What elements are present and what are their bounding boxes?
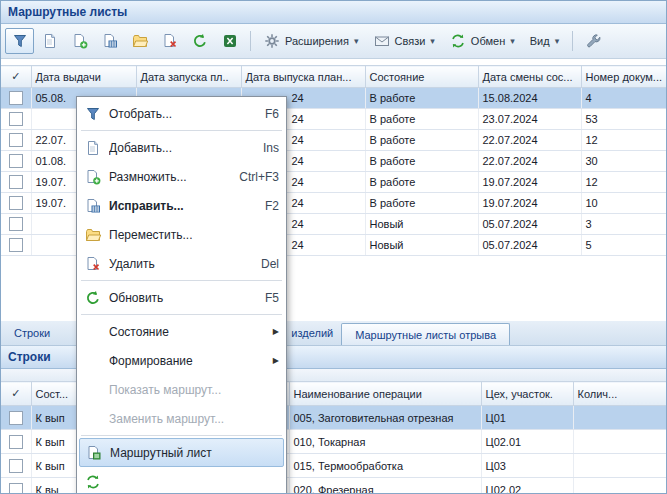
tab-stroki[interactable]: Строки: [5, 321, 59, 345]
column-header-doc-number[interactable]: Номер докум...: [581, 66, 666, 88]
shortcut-label: F2: [265, 199, 279, 213]
delete-document-button[interactable]: [155, 28, 184, 54]
column-header-state[interactable]: Состояние: [365, 66, 478, 88]
chevron-down-icon: ▾: [430, 36, 435, 46]
document-plus-icon: [72, 33, 88, 49]
funnel-icon: [84, 105, 102, 123]
toolbar-separator: [572, 31, 573, 51]
cell-shop: Ц03: [481, 454, 573, 478]
column-header-release-date[interactable]: Дата выпуска план...: [241, 66, 365, 88]
column-header-quantity[interactable]: Колич...: [573, 382, 666, 406]
submenu-arrow-icon: ▶: [273, 356, 279, 365]
menu-item-refresh[interactable]: Обновить F5: [79, 283, 284, 312]
refresh-button[interactable]: [185, 28, 214, 54]
settings-wrench-button[interactable]: [579, 28, 608, 54]
exchange-menu-button[interactable]: Обмен ▾: [443, 30, 522, 52]
row-checkbox[interactable]: [9, 175, 23, 189]
column-header-operation[interactable]: Наименование операции: [289, 382, 481, 406]
row-checkbox[interactable]: [9, 238, 23, 252]
menu-item-filter[interactable]: Отобрать... F6: [79, 99, 284, 128]
row-checkbox[interactable]: [9, 411, 23, 425]
shortcut-label: Del: [261, 257, 279, 271]
row-checkbox[interactable]: [9, 196, 23, 210]
move-document-button[interactable]: [125, 28, 154, 54]
menu-item-route-sheet[interactable]: Маршрутный лист: [79, 438, 284, 467]
row-checkbox[interactable]: [9, 435, 23, 449]
column-header-issue-date[interactable]: Дата выдачи: [31, 66, 136, 88]
wrench-icon: [586, 33, 602, 49]
cell-state-change-date: 05.07.2024: [478, 235, 581, 256]
cell-operation: 020, Фрезерная: [289, 478, 481, 494]
cell-state-change-date: 22.07.2024: [478, 130, 581, 151]
cell-state: Новый: [365, 235, 478, 256]
new-document-icon: [84, 139, 102, 157]
column-header-state-change-date[interactable]: Дата смены сос...: [478, 66, 581, 88]
checkbox-cell: [1, 406, 31, 430]
cell-doc-number: 10: [581, 193, 666, 214]
menu-separator: [81, 280, 282, 281]
cell-state-change-date: 22.07.2024: [478, 151, 581, 172]
chevron-down-icon: ▾: [510, 36, 515, 46]
checkbox-cell: [1, 235, 31, 256]
cell-operation: 005, Заготовительная отрезная: [289, 406, 481, 430]
cell-state-change-date: 19.07.2024: [478, 172, 581, 193]
row-checkbox[interactable]: [9, 91, 23, 105]
row-checkbox[interactable]: [9, 112, 23, 126]
view-menu-button[interactable]: Вид ▾: [523, 32, 566, 50]
chevron-down-icon: ▾: [555, 36, 560, 46]
links-label: Связи: [395, 35, 426, 47]
row-checkbox[interactable]: [9, 217, 23, 231]
cell-quantity: [573, 430, 666, 454]
checkbox-cell: [1, 454, 31, 478]
main-toolbar: Расширения ▾ Связи ▾ Обмен ▾ Вид ▾: [1, 24, 666, 59]
column-header-start-date[interactable]: Дата запуска пл..: [136, 66, 241, 88]
exchange-icon: [450, 33, 466, 49]
row-checkbox[interactable]: [9, 133, 23, 147]
menu-separator: [81, 130, 282, 131]
cell-quantity: [573, 406, 666, 430]
menu-item-edit[interactable]: Исправить... F2: [79, 191, 284, 220]
shortcut-label: Ins: [263, 141, 279, 155]
filter-button[interactable]: [5, 28, 34, 54]
context-menu: Отобрать... F6 Добавить... Ins Размножит…: [76, 96, 287, 494]
menu-item-delete[interactable]: Удалить Del: [79, 249, 284, 278]
exchange-label: Обмен: [471, 35, 505, 47]
edit-document-button[interactable]: [95, 28, 124, 54]
menu-item-formation[interactable]: Формирование ▶: [79, 346, 284, 375]
column-header-shop[interactable]: Цех, участок.: [481, 382, 573, 406]
section-title: Строки: [8, 350, 51, 364]
new-document-icon: [42, 33, 58, 49]
duplicate-document-button[interactable]: [65, 28, 94, 54]
cell-shop: Ц02.01: [481, 430, 573, 454]
checkbox-cell: [1, 88, 31, 109]
cell-doc-number: 5: [581, 235, 666, 256]
tab-label: Строки: [14, 327, 50, 339]
menu-item-move[interactable]: Переместить...: [79, 220, 284, 249]
cell-state-change-date: 19.07.2024: [478, 193, 581, 214]
menu-item-state[interactable]: Состояние ▶: [79, 317, 284, 346]
excel-icon: [222, 33, 238, 49]
row-checkbox[interactable]: [9, 154, 23, 168]
menu-item-partial[interactable]: [79, 467, 284, 494]
select-all-header[interactable]: ✓: [1, 66, 31, 88]
page-title: Маршрутные листы: [8, 5, 127, 19]
select-all-header[interactable]: ✓: [1, 382, 31, 406]
menu-item-replace-route: Заменить маршрут...: [79, 404, 284, 433]
add-document-button[interactable]: [35, 28, 64, 54]
cell-state-change-date: 23.07.2024: [478, 109, 581, 130]
row-checkbox[interactable]: [9, 483, 23, 494]
checkbox-cell: [1, 130, 31, 151]
cell-state-change-date: 15.08.2024: [478, 88, 581, 109]
links-menu-button[interactable]: Связи ▾: [367, 30, 442, 52]
cell-quantity: [573, 478, 666, 494]
menu-item-duplicate[interactable]: Размножить... Ctrl+F3: [79, 162, 284, 191]
row-checkbox[interactable]: [9, 459, 23, 473]
extensions-label: Расширения: [285, 35, 349, 47]
extensions-menu-button[interactable]: Расширения ▾: [257, 30, 366, 52]
cell-state: В работе: [365, 172, 478, 193]
header-row: ✓ Дата выдачи Дата запуска пл.. Дата вып…: [1, 66, 666, 88]
checkbox-cell: [1, 214, 31, 235]
menu-item-add[interactable]: Добавить... Ins: [79, 133, 284, 162]
export-excel-button[interactable]: [215, 28, 244, 54]
tab-routesheets-tearoff[interactable]: Маршрутные листы отрыва: [341, 323, 510, 345]
